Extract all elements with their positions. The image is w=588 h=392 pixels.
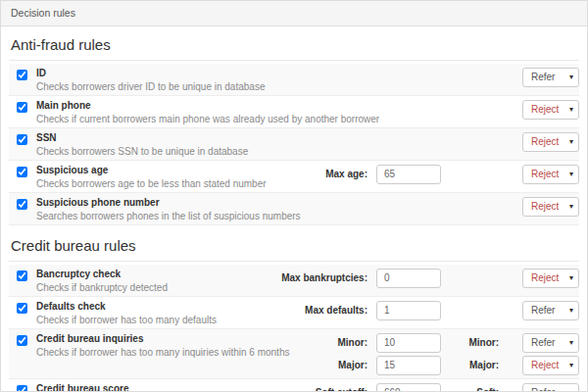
rule-params: Max age: [325, 164, 441, 184]
param-input[interactable] [376, 333, 441, 353]
rule-text: Credit bureau scoreChecks if borrower's … [36, 382, 312, 392]
chevron-down-icon: ▾ [569, 106, 573, 114]
rules-list-anti-fraud: IDChecks borrowers driver ID to be uniqu… [9, 64, 579, 225]
rule-enabled-checkbox[interactable] [17, 199, 27, 210]
rule-decisions: Refer▾ [441, 300, 579, 320]
rule-title: Credit bureau score [36, 383, 312, 392]
rule-title: Suspicious phone number [36, 197, 441, 208]
rule-enabled-checkbox[interactable] [17, 70, 27, 80]
rule-title: Bancruptcy check [36, 269, 281, 279]
rule-text: Bancruptcy checkChecks if bankruptcy det… [36, 268, 281, 293]
rule-enabled-checkbox[interactable] [17, 335, 27, 346]
param-label: Max bankruptcies: [281, 272, 368, 283]
panel-heading: Decision rules [1, 1, 587, 26]
decision-select[interactable]: Reject▾ [522, 100, 579, 120]
rule-text: IDChecks borrowers driver ID to be uniqu… [36, 67, 441, 92]
panel-body: Anti-fraud rules IDChecks borrowers driv… [1, 26, 587, 392]
rule-params: Soft cutoff:Hard cutoff: [312, 382, 441, 392]
param: Max defaults: [305, 300, 441, 320]
decision: Refer▾ [522, 300, 579, 320]
decision-select[interactable]: Refer▾ [522, 333, 579, 353]
chevron-down-icon: ▾ [569, 74, 573, 81]
rule-row: Main phoneChecks if current borrowers ma… [9, 96, 579, 128]
decision: Reject▾ [522, 164, 579, 184]
param: Max bankruptcies: [281, 268, 441, 288]
decision-select[interactable]: Refer▾ [522, 383, 579, 392]
decision-select[interactable]: Reject▾ [522, 165, 579, 184]
decision-select[interactable]: Refer▾ [522, 301, 579, 320]
decision-select[interactable]: Reject▾ [522, 269, 579, 288]
chevron-down-icon: ▾ [569, 339, 573, 347]
decision: Soft:Refer▾ [476, 382, 579, 392]
param-input[interactable] [376, 269, 441, 288]
rule-enabled-checkbox[interactable] [17, 270, 27, 281]
decision-select-value: Refer [531, 73, 555, 82]
rule-row: Credit bureau inquiriesChecks if borrowe… [9, 329, 579, 379]
decision: Reject▾ [522, 99, 579, 120]
rule-decisions: Reject▾ [441, 99, 579, 120]
rule-decisions: Reject▾ [441, 164, 579, 184]
decision-select-value: Reject [531, 273, 559, 283]
decision-select[interactable]: Reject▾ [522, 132, 579, 152]
rule-row: SSNChecks borrowers SSN to be unique in … [9, 128, 579, 161]
rule-title: Credit bureau inquiries [36, 333, 337, 344]
decision-label: Minor: [468, 337, 499, 348]
decision-rules-panel: Decision rules Anti-fraud rules IDChecks… [0, 0, 588, 392]
rule-title: SSN [36, 132, 441, 143]
rule-description: Checks borrowers age to be less than sta… [36, 178, 325, 189]
param-label: Minor: [337, 337, 368, 348]
rule-params: Max defaults: [305, 300, 441, 320]
rule-params: Max bankruptcies: [281, 268, 441, 288]
decision-select-value: Reject [531, 105, 559, 115]
rule-title: ID [36, 68, 441, 78]
rule-enabled-checkbox[interactable] [17, 385, 27, 392]
rule-row: Suspicious ageChecks borrowers age to be… [9, 161, 579, 193]
rule-text: Suspicious ageChecks borrowers age to be… [36, 164, 325, 189]
decision-select-value: Refer [531, 338, 555, 348]
param-label: Soft cutoff: [316, 387, 368, 392]
param-input[interactable] [376, 165, 441, 184]
rule-description: Checks borrowers SSN to be unique in dat… [36, 146, 441, 157]
rule-text: Main phoneChecks if current borrowers ma… [36, 99, 441, 124]
param: Soft cutoff: [316, 382, 441, 392]
decision-select-value: Reject [531, 137, 559, 147]
chevron-down-icon: ▾ [569, 203, 573, 211]
rule-title: Defaults check [36, 301, 305, 312]
rule-row: IDChecks borrowers driver ID to be uniqu… [9, 64, 579, 96]
rule-row: Suspicious phone numberSearches borrower… [9, 193, 579, 225]
section-heading-anti-fraud: Anti-fraud rules [9, 33, 579, 61]
panel-title: Decision rules [11, 7, 75, 19]
chevron-down-icon: ▾ [569, 389, 573, 392]
param: Minor: [337, 332, 441, 353]
rule-title: Suspicious age [36, 165, 325, 175]
param: Max age: [325, 164, 441, 184]
section-anti-fraud: Anti-fraud rules IDChecks borrowers driv… [9, 33, 579, 225]
decision: Reject▾ [522, 196, 579, 217]
rule-enabled-checkbox[interactable] [17, 303, 27, 314]
chevron-down-icon: ▾ [569, 307, 573, 315]
decision-select-value: Reject [531, 361, 559, 370]
rule-text: Defaults checkChecks if borrower has too… [36, 300, 305, 325]
decision-select-value: Refer [531, 388, 555, 392]
param-label: Max defaults: [305, 305, 368, 316]
decision-select-value: Reject [531, 170, 559, 179]
rule-row: Defaults checkChecks if borrower has too… [9, 297, 579, 329]
chevron-down-icon: ▾ [569, 138, 573, 146]
rule-enabled-checkbox[interactable] [17, 102, 27, 113]
rule-enabled-checkbox[interactable] [17, 134, 27, 145]
param-input[interactable] [376, 301, 441, 320]
rule-row: Credit bureau scoreChecks if borrower's … [9, 379, 579, 392]
rule-decisions: Reject▾ [441, 196, 579, 217]
decision-select[interactable]: Reject▾ [522, 356, 579, 375]
param-input[interactable] [376, 356, 441, 375]
rule-description: Searches borrowers phones in the list of… [36, 211, 441, 221]
chevron-down-icon: ▾ [569, 171, 573, 178]
decision-select[interactable]: Refer▾ [522, 68, 579, 87]
decision-select[interactable]: Reject▾ [522, 197, 579, 217]
param-label: Max age: [325, 169, 368, 179]
rule-description: Checks if borrower has too many inquirie… [36, 347, 337, 358]
rule-enabled-checkbox[interactable] [17, 167, 27, 177]
rule-title: Main phone [36, 100, 441, 111]
rule-decisions: Soft:Refer▾Hard:Reject▾ [441, 382, 579, 392]
param-input[interactable] [376, 383, 441, 392]
